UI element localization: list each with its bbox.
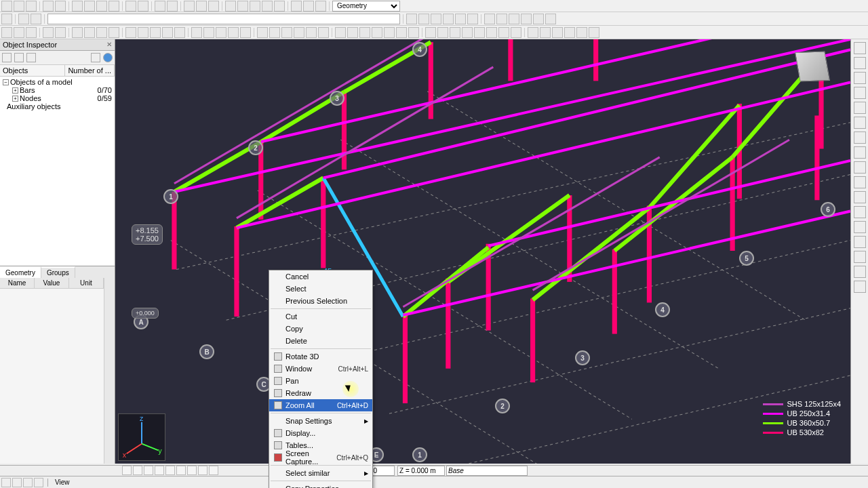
menu-cancel[interactable]: Cancel — [269, 270, 372, 283]
toolbar-2[interactable] — [0, 12, 868, 26]
tool-icon[interactable] — [335, 27, 346, 38]
tool-icon[interactable] — [408, 27, 419, 38]
tool-icon[interactable] — [372, 27, 382, 38]
tool-icon[interactable] — [854, 221, 866, 233]
tool-icon[interactable] — [262, 1, 273, 12]
command-input[interactable] — [47, 14, 400, 24]
tool-icon[interactable] — [474, 27, 485, 38]
redo-icon[interactable] — [138, 1, 149, 12]
tool-icon[interactable] — [854, 87, 866, 99]
menu-prev-selection[interactable]: Previous Selection — [269, 295, 372, 307]
tool-icon[interactable] — [237, 1, 248, 12]
tool-icon[interactable] — [1, 14, 12, 24]
open-icon[interactable] — [14, 1, 24, 12]
menu-window[interactable]: WindowCtrl+Alt+L — [269, 363, 372, 375]
tool-icon[interactable] — [167, 1, 178, 12]
tool-icon[interactable] — [854, 266, 866, 278]
view-icon[interactable] — [155, 466, 164, 475]
tool-icon[interactable] — [854, 102, 866, 114]
tool-icon[interactable] — [540, 27, 551, 38]
filter-icon[interactable] — [2, 53, 12, 62]
toolbar-3[interactable] — [0, 26, 868, 39]
tool-icon[interactable] — [108, 1, 119, 12]
scrollbar[interactable] — [104, 278, 115, 464]
filter-icon[interactable] — [14, 53, 24, 62]
tool-icon[interactable] — [496, 14, 507, 24]
tool-icon[interactable] — [437, 27, 448, 38]
tool-icon[interactable] — [318, 27, 329, 38]
tool-icon[interactable] — [384, 27, 395, 38]
print-icon[interactable] — [43, 1, 54, 12]
view-icon[interactable] — [187, 466, 197, 475]
tool-icon[interactable] — [418, 14, 429, 24]
filter-icon[interactable] — [26, 53, 36, 62]
toolbar-1[interactable]: Geometry — [0, 0, 868, 12]
view-icon[interactable] — [165, 466, 175, 475]
tool-icon[interactable] — [498, 27, 509, 38]
menu-copy-properties[interactable]: Copy Properties... — [269, 483, 372, 488]
view-icon[interactable] — [133, 466, 142, 475]
menu-screen-capture[interactable]: Screen Capture...Ctrl+Alt+Q — [269, 451, 372, 464]
tool-icon[interactable] — [291, 1, 302, 12]
tool-icon[interactable] — [281, 27, 292, 38]
tool-icon[interactable] — [306, 27, 317, 38]
tool-icon[interactable] — [425, 27, 436, 38]
tool-icon[interactable] — [303, 1, 314, 12]
tool-icon[interactable] — [854, 72, 866, 84]
tool-icon[interactable] — [18, 14, 29, 24]
view-icon[interactable] — [176, 466, 186, 475]
tool-icon[interactable] — [72, 27, 83, 38]
tool-icon[interactable] — [347, 27, 358, 38]
tool-icon[interactable] — [96, 27, 107, 38]
menu-copy[interactable]: Copy — [269, 323, 372, 335]
tool-icon[interactable] — [191, 27, 202, 38]
tool-icon[interactable] — [854, 251, 866, 263]
tool-icon[interactable] — [854, 281, 866, 293]
undo-icon[interactable] — [125, 1, 136, 12]
tool-icon[interactable] — [533, 14, 544, 24]
menu-rotate-3d[interactable]: Rotate 3D — [269, 350, 372, 363]
status-icon[interactable] — [12, 478, 22, 487]
menu-display[interactable]: Display... — [269, 427, 372, 439]
help-icon[interactable] — [103, 53, 113, 62]
axis-triad[interactable]: z y x — [118, 413, 165, 461]
menu-select[interactable]: Select — [269, 283, 372, 295]
status-icon[interactable] — [1, 478, 11, 487]
3d-viewport[interactable]: 45 1 2 3 4 3 4 5 6 A B C E 1 2 +8.155+7.… — [115, 39, 850, 464]
tool-icon[interactable] — [250, 1, 260, 12]
tool-icon[interactable] — [203, 27, 214, 38]
tool-icon[interactable] — [455, 14, 466, 24]
tool-icon[interactable] — [31, 14, 41, 24]
search-icon[interactable] — [91, 53, 100, 62]
tool-icon[interactable] — [854, 117, 866, 129]
save-icon[interactable] — [26, 1, 37, 12]
tool-icon[interactable] — [854, 146, 866, 159]
tool-icon[interactable] — [315, 1, 326, 12]
view-icon[interactable] — [198, 466, 208, 475]
tool-icon[interactable] — [208, 1, 219, 12]
tool-icon[interactable] — [84, 1, 95, 12]
tool-icon[interactable] — [854, 131, 866, 144]
tool-icon[interactable] — [854, 161, 866, 174]
tool-icon[interactable] — [396, 27, 407, 38]
tool-icon[interactable] — [450, 27, 460, 38]
tool-icon[interactable] — [462, 27, 473, 38]
new-icon[interactable] — [1, 1, 12, 12]
tool-icon[interactable] — [509, 14, 519, 24]
tool-icon[interactable] — [467, 14, 478, 24]
tool-icon[interactable] — [150, 27, 161, 38]
view-cube[interactable] — [795, 52, 830, 82]
tool-icon[interactable] — [443, 14, 454, 24]
tool-icon[interactable] — [854, 236, 866, 248]
tool-icon[interactable] — [854, 176, 866, 188]
tool-icon[interactable] — [528, 27, 538, 38]
tool-icon[interactable] — [406, 14, 417, 24]
tool-icon[interactable] — [854, 191, 866, 203]
close-icon[interactable]: ✕ — [106, 41, 112, 49]
tool-icon[interactable] — [125, 27, 136, 38]
tool-icon[interactable] — [138, 27, 149, 38]
layer-input[interactable] — [446, 466, 528, 476]
tool-icon[interactable] — [545, 14, 556, 24]
tool-icon[interactable] — [552, 27, 563, 38]
tool-icon[interactable] — [72, 1, 83, 12]
